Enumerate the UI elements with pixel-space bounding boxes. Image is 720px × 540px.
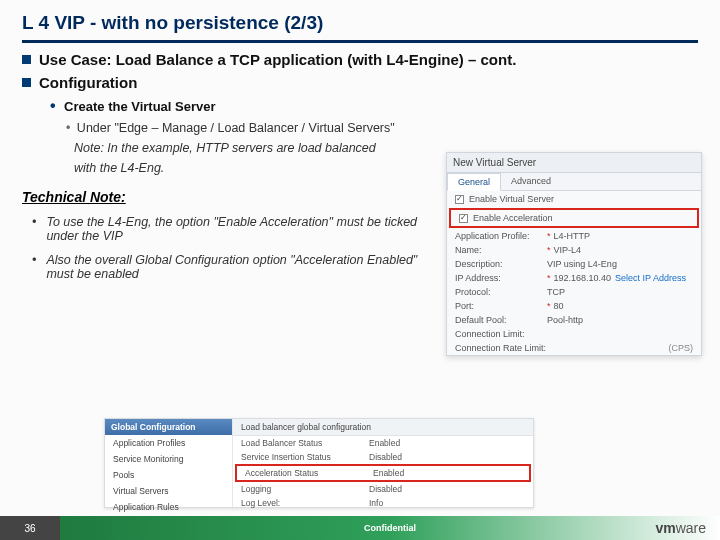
row-accel-status-val: Enabled <box>373 468 404 478</box>
bullet-square <box>22 78 31 87</box>
row-loglevel-val: Info <box>369 498 383 508</box>
global-config-panel: Global Configuration Application Profile… <box>104 418 534 508</box>
side-app-rules[interactable]: Application Rules <box>105 499 232 515</box>
val-port[interactable]: 80 <box>554 301 564 311</box>
bullet-square <box>22 55 31 64</box>
page-number: 36 <box>0 516 60 540</box>
row-si-status-val: Disabled <box>369 452 402 462</box>
footer: 36 Confidential <box>0 516 720 540</box>
cps-label: (CPS) <box>669 343 694 353</box>
tab-general[interactable]: General <box>447 173 501 191</box>
main-head: Load balancer global configuration <box>233 419 533 436</box>
lbl-port: Port: <box>455 301 547 311</box>
page-title: L 4 VIP - with no persistence (2/3) <box>22 12 698 34</box>
tech-note-2: Also the overall Global Configuration op… <box>46 253 432 281</box>
vmware-logo: vmware <box>655 520 706 536</box>
lbl-ip: IP Address: <box>455 273 547 283</box>
lbl-connlimit: Connection Limit: <box>455 329 547 339</box>
dialog-title: New Virtual Server <box>447 153 701 173</box>
sub-create-vs: Create the Virtual Server <box>22 97 698 115</box>
tech-note-1: To use the L4-Eng, the option "Enable Ac… <box>46 215 432 243</box>
side-pools[interactable]: Pools <box>105 467 232 483</box>
checkbox-enable-vs[interactable]: ✓ <box>455 195 464 204</box>
section-config: Configuration <box>39 74 137 91</box>
sub-path: Under "Edge – Manage / Load Balancer / V… <box>22 121 698 135</box>
lbl-proto: Protocol: <box>455 287 547 297</box>
section-usecase: Use Case: Load Balance a TCP application… <box>39 51 516 68</box>
val-ip[interactable]: 192.168.10.40 <box>554 273 612 283</box>
row-logging-lbl: Logging <box>241 484 369 494</box>
side-service-mon[interactable]: Service Monitoring <box>105 451 232 467</box>
tab-advanced[interactable]: Advanced <box>501 173 561 190</box>
val-proto[interactable]: TCP <box>547 287 565 297</box>
bullet-dot: • <box>32 253 36 281</box>
val-name[interactable]: VIP-L4 <box>554 245 582 255</box>
checkbox-enable-accel[interactable]: ✓ <box>459 214 468 223</box>
row-accel-status-lbl: Acceleration Status <box>245 468 373 478</box>
row-lb-status-val: Enabled <box>369 438 400 448</box>
val-pool[interactable]: Pool-http <box>547 315 583 325</box>
lbl-app-profile: Application Profile: <box>455 231 547 241</box>
row-lb-status-lbl: Load Balancer Status <box>241 438 369 448</box>
row-logging-val: Disabled <box>369 484 402 494</box>
enable-vs-label: Enable Virtual Server <box>469 194 554 204</box>
confidential-label: Confidential <box>60 516 720 540</box>
lbl-name: Name: <box>455 245 547 255</box>
lbl-pool: Default Pool: <box>455 315 547 325</box>
lbl-desc: Description: <box>455 259 547 269</box>
lbl-connrate: Connection Rate Limit: <box>455 343 547 353</box>
val-desc[interactable]: VIP using L4-Eng <box>547 259 617 269</box>
title-rule <box>22 40 698 43</box>
row-si-status-lbl: Service Insertion Status <box>241 452 369 462</box>
val-app-profile[interactable]: L4-HTTP <box>554 231 591 241</box>
select-ip-link[interactable]: Select IP Address <box>615 273 686 283</box>
new-virtual-server-dialog: New Virtual Server General Advanced ✓Ena… <box>446 152 702 356</box>
enable-accel-label: Enable Acceleration <box>473 213 553 223</box>
side-virtual-servers[interactable]: Virtual Servers <box>105 483 232 499</box>
side-head-global[interactable]: Global Configuration <box>105 419 232 435</box>
row-loglevel-lbl: Log Level: <box>241 498 369 508</box>
bullet-dot: • <box>32 215 36 243</box>
side-app-profiles[interactable]: Application Profiles <box>105 435 232 451</box>
